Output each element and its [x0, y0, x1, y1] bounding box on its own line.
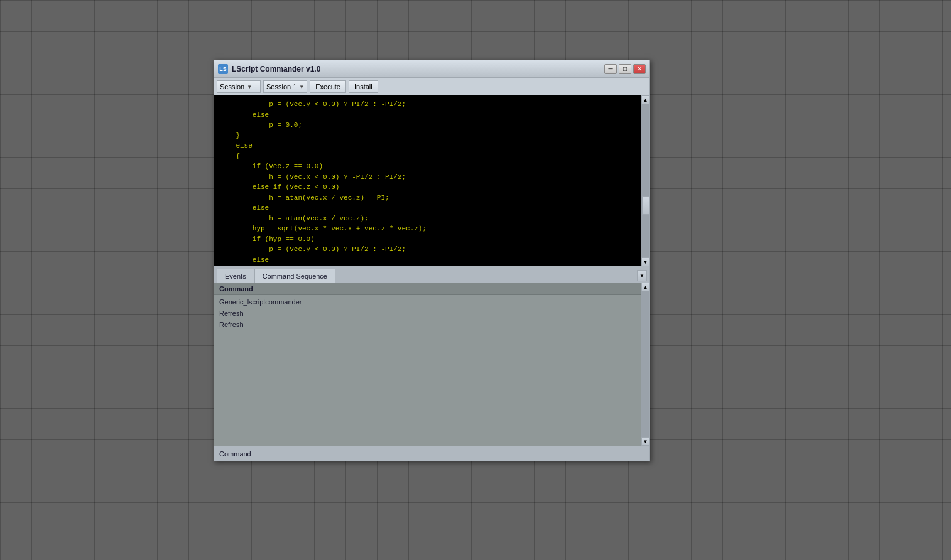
session-dropdown[interactable]: Session ▼ [217, 80, 261, 93]
session-dropdown-arrow: ▼ [247, 84, 252, 90]
list-item: Refresh [214, 319, 649, 330]
scroll-thumb[interactable] [642, 196, 649, 215]
window-title: LScript Commander v1.0 [232, 65, 604, 73]
list-item: Refresh [214, 308, 649, 319]
command-label: Command [219, 450, 251, 458]
scroll-down-button[interactable]: ▼ [641, 257, 650, 266]
tabs-bar: Events Command Sequence ▼ [214, 266, 649, 283]
scroll-track [641, 104, 649, 257]
events-scroll-track [641, 291, 649, 437]
scroll-up-button[interactable]: ▲ [641, 95, 650, 104]
session1-dropdown-arrow: ▼ [299, 84, 304, 90]
titlebar: LS LScript Commander v1.0 ─ □ ✕ [214, 60, 649, 78]
code-editor[interactable]: p = (vec.y < 0.0) ? PI/2 : -PI/2; else p… [214, 95, 649, 266]
tab-events[interactable]: Events [217, 269, 254, 283]
window-controls: ─ □ ✕ [604, 64, 646, 74]
tab-scroll-arrow[interactable]: ▼ [637, 270, 647, 281]
maximize-button[interactable]: □ [619, 64, 631, 74]
toolbar: Session ▼ Session 1 ▼ Execute Install [214, 78, 649, 95]
execute-button[interactable]: Execute [310, 80, 346, 93]
events-column-header: Command [219, 285, 253, 293]
main-window: LS LScript Commander v1.0 ─ □ ✕ Session … [214, 60, 650, 461]
events-list: Generic_lscriptcommander Refresh Refresh [214, 295, 649, 446]
tab-command-sequence[interactable]: Command Sequence [254, 269, 335, 283]
list-item: Generic_lscriptcommander [214, 296, 649, 308]
install-button[interactable]: Install [349, 80, 378, 93]
events-panel: Command Generic_lscriptcommander Refresh… [214, 283, 649, 446]
app-icon: LS [218, 64, 228, 74]
code-scrollbar: ▲ ▼ [641, 95, 649, 266]
events-header: Command [214, 283, 649, 295]
session1-dropdown[interactable]: Session 1 ▼ [263, 80, 307, 93]
command-bar: Command [214, 446, 649, 461]
minimize-button[interactable]: ─ [604, 64, 617, 74]
events-scrollbar: ▲ ▼ [641, 283, 649, 446]
close-button[interactable]: ✕ [633, 64, 646, 74]
events-scroll-up-button[interactable]: ▲ [641, 283, 650, 291]
code-area-wrapper: p = (vec.y < 0.0) ? PI/2 : -PI/2; else p… [214, 95, 649, 266]
events-scroll-down-button[interactable]: ▼ [641, 437, 650, 446]
